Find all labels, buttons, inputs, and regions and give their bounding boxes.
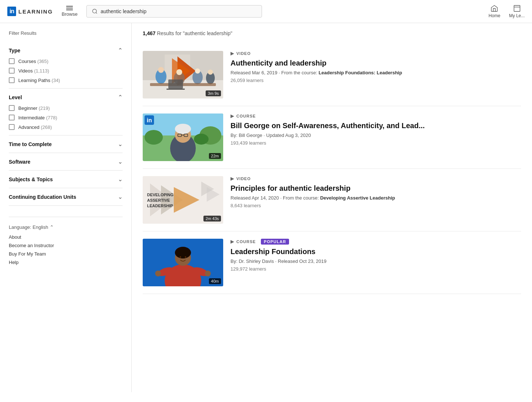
svg-point-10 [158,67,164,73]
filter-learning-paths[interactable]: Learning Paths (34) [9,77,123,83]
search-input[interactable] [101,8,256,14]
footer-links: Language: English ⌃ About Become an Inst… [9,217,123,265]
svg-point-12 [176,69,182,75]
filter-section-level-header[interactable]: Level ⌃ [9,94,123,101]
svg-text:in: in [147,117,152,123]
svg-text:LEADERSHIP: LEADERSHIP [147,204,173,208]
results-summary-text: Results for "authentic leadership" [157,30,232,36]
svg-text:DEVELOPING: DEVELOPING [147,193,173,197]
svg-point-0 [93,9,97,13]
result-item-2[interactable]: in 22m ▶ COURSE Bill George on Self-Awar… [143,106,521,169]
filter-section-subjects-header[interactable]: Subjects & Topics ⌄ [9,176,123,183]
result-type-2: ▶ COURSE [231,113,521,119]
result-learners-4: 129,972 learners [231,266,521,272]
search-icon [92,8,98,14]
filter-advanced-checkbox[interactable] [9,124,15,130]
filter-section-level: Level ⌃ Beginner (219) Intermediate (778… [9,89,123,135]
svg-line-1 [96,12,97,14]
svg-point-49 [180,256,181,258]
svg-point-52 [205,271,211,276]
filter-intermediate-label: Intermediate (778) [18,115,57,120]
language-selector[interactable]: Language: English ⌃ [9,224,123,230]
filter-beginner-label: Beginner (219) [18,105,50,111]
search-bar[interactable] [86,5,262,18]
svg-point-14 [195,68,200,74]
result-type-3: ▶ VIDEO [231,176,521,181]
filter-results-title: Filter Results [9,30,123,36]
footer-help[interactable]: Help [9,260,123,265]
main-layout: Filter Results Type ⌃ Courses (365) [0,23,532,392]
home-label: Home [488,13,500,18]
filter-section-ceu: Continuing Education Units ⌄ [9,188,123,206]
duration-badge-4: 40m [209,278,221,284]
filter-section-software-header[interactable]: Software ⌄ [9,158,123,165]
result-info-1: ▶ VIDEO Authenticity and leadership Rele… [231,51,521,98]
filter-videos-checkbox[interactable] [9,68,15,74]
result-thumbnail-4: 40m [143,239,223,286]
filter-level-title: Level [9,94,22,100]
logo-label: LEARNING [18,8,53,15]
filter-intermediate-checkbox[interactable] [9,115,15,120]
home-icon [490,4,498,12]
browse-button[interactable]: Browse [59,6,80,17]
filter-beginner[interactable]: Beginner (219) [9,105,123,111]
result-title-2[interactable]: Bill George on Self-Awareness, Authentic… [231,121,521,130]
result-learners-3: 8,643 learners [231,203,521,208]
filter-section-type-header[interactable]: Type ⌃ [9,47,123,54]
filter-courses-label: Courses (365) [18,59,48,64]
filter-videos[interactable]: Videos (1,113) [9,68,123,74]
filter-videos-label: Videos (1,113) [18,68,49,74]
filter-subjects-title: Subjects & Topics [9,176,53,182]
filter-advanced-label: Advanced (268) [18,124,52,130]
results-area: 1,467 Results for "authentic leadership" [132,23,532,392]
nav-home[interactable]: Home [488,4,500,18]
svg-point-16 [208,70,213,75]
result-thumbnail-3: DEVELOPING ASSERTIVE LEADERSHIP 2m 43s [143,176,223,224]
menu-icon [66,6,73,10]
svg-point-22 [145,130,163,145]
result-title-1[interactable]: Authenticity and leadership [231,58,521,68]
svg-rect-2 [514,5,520,12]
result-learners-1: 26,059 learners [231,78,521,83]
bookmark-icon [513,4,521,12]
my-learning-label: My Le... [509,13,525,18]
language-label: Language: English [9,224,48,230]
result-item-3[interactable]: DEVELOPING ASSERTIVE LEADERSHIP 2m 43s ▶… [143,169,521,231]
popular-badge: POPULAR [261,239,289,245]
result-title-3[interactable]: Principles for authentic leadership [231,183,521,193]
filter-learning-paths-checkbox[interactable] [9,77,15,83]
result-type-1: ▶ VIDEO [231,51,521,56]
footer-about[interactable]: About [9,234,123,240]
result-info-3: ▶ VIDEO Principles for authentic leaders… [231,176,521,224]
play-icon-1: ▶ [231,51,234,56]
result-item-1[interactable]: 3m 9s ▶ VIDEO Authenticity and leadershi… [143,44,521,106]
footer-become-instructor[interactable]: Become an Instructor [9,243,123,248]
filter-ceu-title: Continuing Education Units [9,194,76,200]
play-icon-2: ▶ [231,113,234,119]
result-meta-3: Released Apr 14, 2020 · From the course:… [231,195,521,201]
result-title-4[interactable]: Leadership Foundations [231,247,521,256]
result-item-4[interactable]: 40m ▶ COURSE POPULAR Leadership Foundati… [143,231,521,294]
result-thumbnail-2: in 22m [143,113,223,161]
result-meta-1: Released Mar 6, 2019 · From the course: … [231,70,521,75]
chevron-up-icon-lang: ⌃ [50,224,54,230]
header: in LEARNING Browse Home My Le... [0,0,532,23]
svg-point-48 [175,247,191,258]
svg-point-51 [155,271,161,276]
filter-courses-checkbox[interactable] [9,58,15,64]
play-icon-4: ▶ [231,239,234,244]
filter-section-ceu-header[interactable]: Continuing Education Units ⌄ [9,193,123,200]
filter-beginner-checkbox[interactable] [9,105,15,111]
filter-section-software: Software ⌄ [9,153,123,171]
nav-my-learning[interactable]: My Le... [509,4,525,18]
filter-intermediate[interactable]: Intermediate (778) [9,115,123,120]
logo[interactable]: in LEARNING [7,7,53,16]
filter-section-time-header[interactable]: Time to Complete ⌄ [9,141,123,148]
footer-buy-for-team[interactable]: Buy For My Team [9,251,123,257]
svg-text:ASSERTIVE: ASSERTIVE [147,198,170,202]
filter-advanced[interactable]: Advanced (268) [9,124,123,130]
duration-badge-2: 22m [209,153,221,159]
svg-rect-18 [168,79,183,89]
filter-courses[interactable]: Courses (365) [9,58,123,64]
chevron-up-icon-level: ⌃ [118,94,123,101]
